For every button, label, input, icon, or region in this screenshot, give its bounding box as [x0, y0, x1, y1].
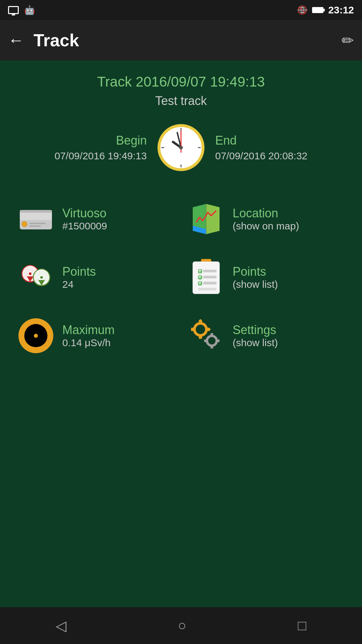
points-list-text: Points (show list): [233, 265, 278, 290]
svg-rect-32: [203, 270, 217, 272]
end-time-section: End 07/09/2016 20:08:32: [215, 133, 322, 162]
points-count-value: 24: [62, 279, 96, 290]
virtuoso-text: Virtuoso #1500009: [62, 206, 107, 232]
svg-point-44: [196, 325, 205, 334]
location-value: (show on map): [233, 220, 299, 232]
back-button[interactable]: ←: [8, 32, 24, 48]
svg-rect-14: [29, 223, 46, 224]
track-subtitle: Test track: [11, 94, 351, 108]
svg-marker-17: [206, 204, 220, 234]
status-icons-left: 🤖: [8, 5, 35, 15]
row-virtuoso-location: Virtuoso #1500009 Lo: [11, 190, 351, 248]
location-text: Location (show on map): [233, 206, 299, 232]
bottom-nav: ◁ ○ □: [0, 607, 362, 644]
device-icon: [17, 201, 54, 237]
back-nav-button[interactable]: ◁: [56, 618, 66, 634]
location-cell[interactable]: Location (show on map): [181, 190, 351, 248]
begin-label: Begin: [116, 133, 147, 148]
svg-rect-54: [210, 346, 213, 348]
svg-point-22: [29, 272, 32, 275]
points-list-value: (show list): [233, 279, 278, 290]
svg-rect-46: [199, 335, 202, 339]
svg-rect-15: [29, 225, 41, 227]
radiation-max-icon: [17, 317, 54, 354]
begin-value: 07/09/2016 19:49:13: [55, 150, 147, 162]
svg-point-52: [208, 337, 216, 344]
no-sim-icon: 📵: [297, 5, 307, 15]
map-icon: [188, 201, 225, 237]
location-label: Location: [233, 206, 299, 220]
begin-time-section: Begin 07/09/2016 19:49:13: [40, 133, 147, 162]
home-nav-button[interactable]: ○: [178, 618, 186, 634]
settings-gears-icon: [188, 317, 225, 354]
time-display: 23:12: [328, 4, 354, 16]
top-app-bar: ← Track ✏: [0, 20, 362, 60]
radiation-pins-icon: [17, 259, 54, 296]
settings-text: Settings (show list): [233, 323, 278, 348]
points-count-cell[interactable]: Points 24: [11, 248, 181, 307]
svg-rect-37: [198, 288, 217, 290]
settings-cell[interactable]: Settings (show list): [181, 307, 351, 365]
main-content: Track 2016/09/07 19:49:13 Test track Beg…: [0, 60, 362, 607]
battery-icon: [312, 7, 323, 13]
svg-point-42: [34, 334, 38, 338]
svg-rect-36: [203, 282, 217, 284]
time-range-row: Begin 07/09/2016 19:49:13: [11, 124, 351, 171]
svg-rect-55: [204, 339, 207, 342]
svg-rect-56: [217, 339, 220, 342]
svg-rect-12: [20, 210, 52, 213]
points-count-text: Points 24: [62, 265, 96, 290]
svg-point-9: [179, 146, 183, 149]
track-title: Track 2016/09/07 19:49:13: [11, 74, 351, 90]
end-value: 07/09/2016 20:08:32: [215, 150, 307, 162]
row-points: Points 24: [11, 248, 351, 307]
status-bar: 🤖 📵 23:12: [0, 0, 362, 20]
row-maximum-settings: Maximum 0.14 μSv/h: [11, 307, 351, 365]
settings-value: (show list): [233, 337, 278, 348]
svg-rect-53: [210, 333, 213, 336]
svg-rect-47: [191, 328, 194, 331]
status-icons-right: 📵 23:12: [297, 4, 354, 16]
points-list-cell[interactable]: Points (show list): [181, 248, 351, 307]
points-count-label: Points: [62, 265, 96, 279]
svg-point-26: [40, 276, 43, 279]
clock-icon: [158, 124, 204, 171]
virtuoso-label: Virtuoso: [62, 206, 107, 220]
maximum-text: Maximum 0.14 μSv/h: [62, 323, 115, 348]
edit-button[interactable]: ✏: [342, 32, 354, 49]
settings-label: Settings: [233, 323, 278, 337]
end-label: End: [215, 133, 237, 148]
maximum-value: 0.14 μSv/h: [62, 337, 115, 348]
android-icon: 🤖: [24, 5, 35, 15]
recent-nav-button[interactable]: □: [298, 618, 306, 634]
virtuoso-value: #1500009: [62, 220, 107, 232]
page-title: Track: [34, 30, 79, 50]
points-list-label: Points: [233, 265, 278, 279]
screenshot-icon: [8, 6, 19, 14]
svg-rect-34: [203, 276, 217, 278]
virtuoso-cell[interactable]: Virtuoso #1500009: [11, 190, 181, 248]
top-bar-left: ← Track: [8, 30, 79, 50]
clipboard-icon: [188, 259, 225, 296]
maximum-cell[interactable]: Maximum 0.14 μSv/h: [11, 307, 181, 365]
maximum-label: Maximum: [62, 323, 115, 337]
svg-point-13: [22, 221, 27, 227]
